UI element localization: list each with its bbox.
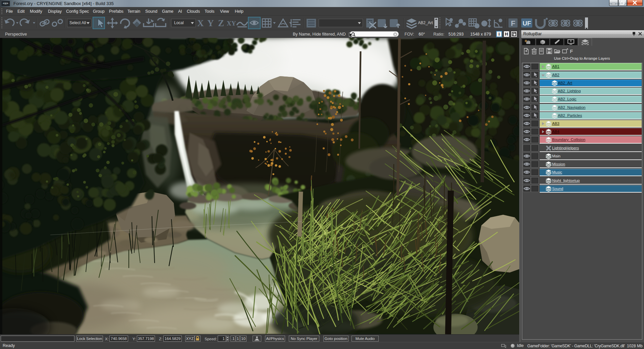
svg-text:UF: UF bbox=[523, 20, 531, 27]
svg-text:X: X bbox=[197, 18, 204, 28]
svg-text:XY: XY bbox=[227, 20, 236, 27]
svg-text:Z: Z bbox=[218, 18, 224, 28]
svg-text:F: F bbox=[570, 48, 573, 54]
svg-text:Y: Y bbox=[207, 18, 214, 28]
svg-text:F: F bbox=[511, 19, 515, 28]
